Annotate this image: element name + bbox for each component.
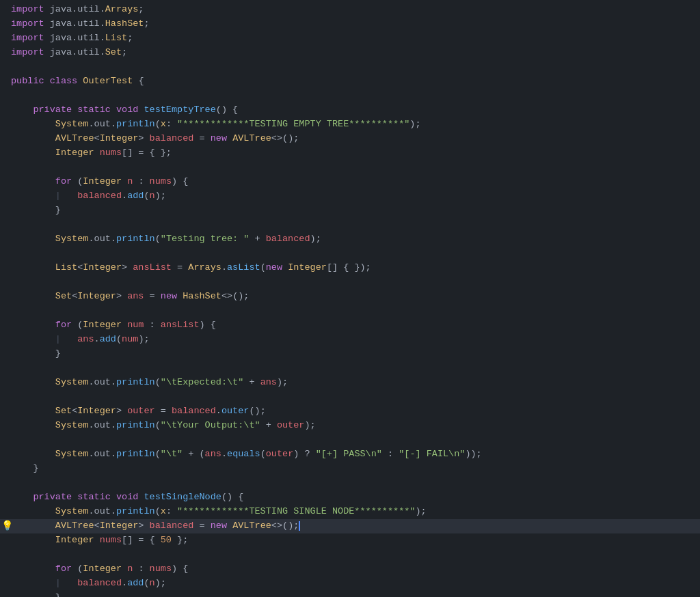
code-line-28 <box>0 390 700 404</box>
code-line-20 <box>0 275 700 290</box>
code-line-19: List<Integer> ansList = Arrays.asList(ne… <box>0 261 700 275</box>
code-line-23: for (Integer num : ansList) { <box>0 318 700 333</box>
code-line-34 <box>0 476 700 490</box>
code-line-31 <box>0 433 700 447</box>
code-line-30: System.out.println("\tYour Output:\t" + … <box>0 419 700 433</box>
code-line-4: import java.util.Set; <box>0 46 700 60</box>
code-line-21: Set<Integer> ans = new HashSet<>(); <box>0 290 700 304</box>
code-line-17: System.out.println("Testing tree: " + ba… <box>0 232 700 247</box>
code-line-16 <box>0 218 700 232</box>
code-line-25: } <box>0 347 700 361</box>
code-line-13: for (Integer n : nums) { <box>0 175 700 189</box>
code-line-40: for (Integer n : nums) { <box>0 562 700 577</box>
code-line-10: AVLTree<Integer> balanced = new AVLTree<… <box>0 132 700 146</box>
code-line-26 <box>0 361 700 376</box>
lightbulb-icon: 💡 <box>1 519 13 534</box>
code-line-15: } <box>0 204 700 218</box>
code-line-3: import java.util.List; <box>0 31 700 46</box>
code-line-42: } <box>0 591 700 597</box>
code-line-36: System.out.println(x: "************TESTI… <box>0 505 700 519</box>
code-line-41: | balanced.add(n); <box>0 577 700 591</box>
code-line-29: Set<Integer> outer = balanced.outer(); <box>0 404 700 419</box>
code-line-12 <box>0 161 700 175</box>
code-line-5 <box>0 60 700 74</box>
code-line-9: System.out.println(x: "************TESTI… <box>0 117 700 132</box>
code-line-35: private static void testSingleNode() { <box>0 490 700 505</box>
code-line-32: System.out.println("\t" + (ans.equals(ou… <box>0 447 700 462</box>
code-line-38: Integer nums[] = { 50 }; <box>0 533 700 548</box>
code-line-11: Integer nums[] = { }; <box>0 146 700 161</box>
code-line-2: import java.util.HashSet; <box>0 17 700 31</box>
code-line-8: private static void testEmptyTree() { <box>0 103 700 117</box>
code-line-27: System.out.println("\tExpected:\t" + ans… <box>0 376 700 390</box>
code-line-1: import java.util.Arrays; <box>0 3 700 17</box>
code-line-22 <box>0 304 700 318</box>
code-line-18 <box>0 247 700 261</box>
code-line-33: } <box>0 462 700 476</box>
code-line-24: | ans.add(num); <box>0 333 700 347</box>
code-line-37: 💡 AVLTree<Integer> balanced = new AVLTre… <box>0 519 700 533</box>
code-line-39 <box>0 548 700 562</box>
code-line-14: | balanced.add(n); <box>0 189 700 204</box>
code-line-7 <box>0 89 700 103</box>
code-line-6: public class OuterTest { <box>0 74 700 89</box>
code-editor: import java.util.Arrays; import java.uti… <box>0 0 700 597</box>
